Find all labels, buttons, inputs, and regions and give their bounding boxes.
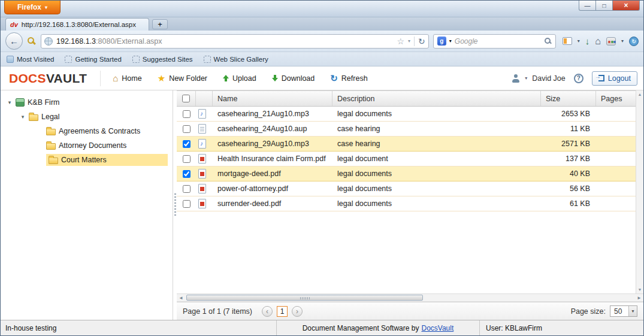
tree-item-label: Court Matters [61,156,107,164]
browser-tab[interactable]: dv http://192.168.1.3:8080/External.aspx [5,18,149,31]
icon-column-header[interactable] [196,91,213,106]
google-engine-icon[interactable]: g [437,37,446,46]
tree-item-label: K&B Firm [28,98,59,107]
size-column-header[interactable]: Size [541,91,596,106]
url-dropdown-icon[interactable]: ▾ [408,38,410,44]
bookmarks-panel-icon[interactable] [563,37,572,45]
file-name[interactable]: casehearing_29Aug10.mp3 [213,140,332,148]
scrollbar-thumb[interactable] [186,295,423,301]
user-dropdown-icon[interactable]: ▾ [525,75,527,81]
docsvault-link[interactable]: DocsVault [421,324,453,332]
pdf-file-icon [198,154,206,164]
firefox-menu-button[interactable]: Firefox ▾ [4,1,61,14]
home-button[interactable]: ⌂ Home [113,73,141,83]
expander-icon[interactable]: ▾ [7,99,13,105]
row-checkbox[interactable] [183,140,191,148]
row-checkbox[interactable] [183,110,191,118]
engine-dropdown-icon[interactable]: ▾ [449,38,452,44]
description-column-header[interactable]: Description [332,91,541,106]
downloads-icon[interactable]: ↓ [585,36,590,46]
row-checkbox[interactable] [183,125,191,133]
new-folder-button[interactable]: ★ New Folder [158,73,207,84]
url-bar[interactable]: 192.168.1.3:8080/External.aspx ☆ ▾ ↻ [41,34,429,49]
close-button[interactable]: × [613,1,640,11]
row-checkbox[interactable] [183,155,191,163]
row-checkbox[interactable] [183,200,191,208]
bookmark-web-slice-gallery[interactable]: Web Slice Gallery [204,56,268,63]
scroll-left-icon[interactable]: ◄ [179,295,183,301]
new-folder-icon: ★ [158,73,165,84]
user-icon[interactable] [512,74,520,83]
scroll-right-icon[interactable]: ► [637,295,642,301]
previous-page-button[interactable]: ‹ [262,306,273,317]
minimize-button[interactable]: — [579,1,596,11]
bookmark-getting-started[interactable]: Getting Started [65,56,121,63]
app-header: DOCSVAULT ⌂ Home ★ New Folder Upload Dow… [1,66,643,90]
select-all-checkbox[interactable] [182,95,190,102]
file-size: 56 KB [541,184,596,193]
search-icon[interactable] [544,37,552,45]
key-icon[interactable] [27,37,37,46]
folder-icon [49,158,58,164]
logout-button[interactable]: → Logout [592,71,637,86]
tree-item-court-matters[interactable]: Court Matters [1,153,173,167]
new-tab-button[interactable]: + [152,19,168,29]
pages-column-header[interactable]: Pages [596,91,636,106]
select-caret-icon[interactable]: ▼ [628,306,637,316]
horizontal-scrollbar[interactable]: ◄ ► [177,293,643,302]
page-size-value: 50 [610,307,628,316]
bookmark-icon [132,56,140,63]
bookmark-suggested-sites[interactable]: Suggested Sites [132,56,193,63]
current-page-button[interactable]: 1 [277,306,288,317]
grid-row[interactable]: mortgage-deed.pdf legal documents 40 KB [177,167,636,181]
file-name[interactable]: mortgage-deed.pdf [213,169,332,178]
page-size-select[interactable]: 50 ▼ [610,305,637,317]
bookmark-label: Getting Started [75,56,121,63]
scroll-up-icon[interactable]: ▲ [638,92,642,96]
search-box[interactable]: g ▾ Google [433,34,556,49]
row-checkbox[interactable] [183,185,191,193]
bookmark-most-visited[interactable]: Most Visited [7,56,54,63]
tree-item-legal[interactable]: ▾ Legal [1,110,173,124]
name-column-header[interactable]: Name [213,91,332,106]
search-input[interactable]: Google [455,37,541,46]
row-checkbox[interactable] [183,170,191,178]
download-button[interactable]: Download [272,74,315,83]
grid-row[interactable]: Health Insurance claim Form.pdf legal do… [177,152,636,167]
addons-dropdown-icon[interactable]: ▾ [621,38,624,44]
addons-icon[interactable] [606,37,616,46]
scroll-down-icon[interactable]: ▼ [638,287,642,292]
file-name[interactable]: casehearing_24Aug10.aup [213,125,332,133]
url-text[interactable]: 192.168.1.3:8080/External.aspx [56,37,393,46]
grid-row[interactable]: casehearing_29Aug10.mp3 case hearing 257… [177,137,636,152]
vertical-scrollbar[interactable]: ▲ ▼ [636,90,643,293]
download-label: Download [282,74,315,83]
back-button[interactable]: ← [5,32,23,50]
tree-item-agreements-contracts[interactable]: Agreements & Contracts [1,124,173,138]
docsvault-logo[interactable]: DOCSVAULT [9,71,87,86]
tree-item-kb-firm[interactable]: ▾ K&B Firm [1,95,173,110]
grid-row[interactable]: casehearing_21Aug10.mp3 legal documents … [177,107,636,122]
panel-dropdown-icon[interactable]: ▾ [578,38,580,44]
expander-icon[interactable]: ▾ [20,114,26,120]
file-name[interactable]: power-of-attorney.pdf [213,184,332,193]
file-name[interactable]: casehearing_21Aug10.mp3 [213,110,332,118]
next-page-button[interactable]: › [292,306,303,317]
upload-button[interactable]: Upload [223,74,256,83]
new-folder-label: New Folder [169,74,207,83]
grid-row[interactable]: surrender-deed.pdf legal documents 61 KB [177,196,636,211]
tree-item-attorney-documents[interactable]: Attorney Documents [1,138,173,153]
maximize-button[interactable]: □ [596,1,613,11]
sync-icon[interactable]: ↻ [629,37,639,46]
bookmark-star-icon[interactable]: ☆ [397,37,404,46]
refresh-button[interactable]: ↻ Refresh [330,73,367,84]
help-icon[interactable]: ? [574,74,583,83]
audio-project-file-icon [198,124,206,134]
grid-row[interactable]: casehearing_24Aug10.aup case hearing 11 … [177,122,636,137]
file-name[interactable]: Health Insurance claim Form.pdf [213,155,332,163]
browser-home-icon[interactable]: ⌂ [595,36,601,47]
file-name[interactable]: surrender-deed.pdf [213,199,332,208]
chevron-down-icon: ▾ [45,5,47,10]
grid-row[interactable]: power-of-attorney.pdf legal documents 56… [177,181,636,196]
reload-icon[interactable]: ↻ [418,37,425,46]
